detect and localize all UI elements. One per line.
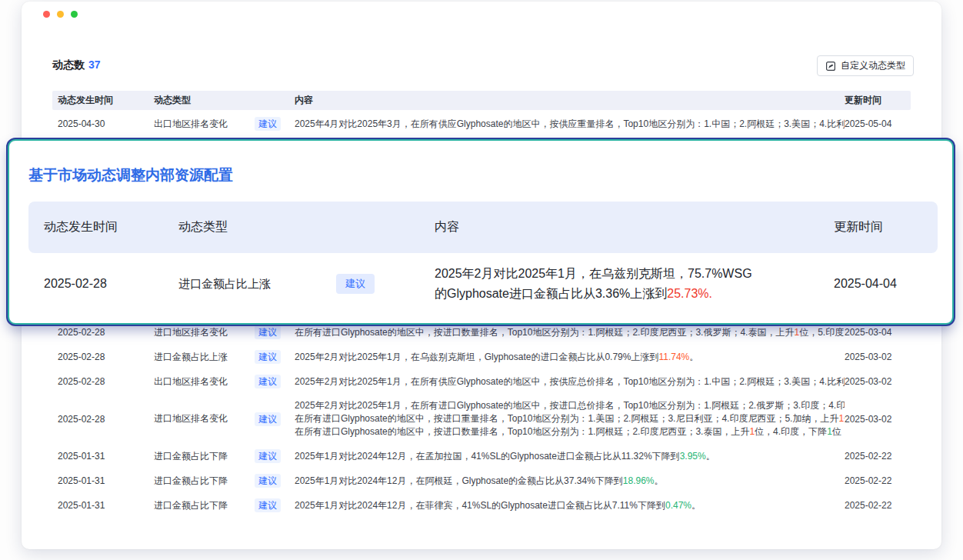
close-window-button[interactable] [43, 11, 50, 18]
row-update-time: 2025-03-04 [845, 327, 911, 338]
custom-dynamic-type-button[interactable]: 自定义动态类型 [817, 55, 914, 76]
row-type: 进口金额占比上涨 [154, 351, 228, 364]
callout-table: 动态发生时间 动态类型 内容 更新时间 2025-02-28 进口金额占比上涨 … [28, 202, 938, 304]
row-content: 2025年1月对比2024年12月，在阿根廷，Glyphosate的金额占比从3… [295, 475, 845, 488]
suggestion-badge: 建议 [255, 325, 281, 339]
callout-col-time: 动态发生时间 [44, 219, 178, 235]
callout-data-row: 2025-02-28 进口金额占比上涨 建议 2025年2月对比2025年1月，… [28, 253, 938, 304]
callout-row-update-time: 2025-04-04 [834, 277, 938, 291]
maximize-window-button[interactable] [71, 11, 78, 18]
table-row[interactable]: 2025-01-31 进口金额占比下降 建议 2025年1月对比2024年12月… [52, 493, 911, 518]
row-type: 进口金额占比下降 [154, 475, 228, 488]
row-update-time: 2025-02-22 [845, 475, 911, 486]
row-update-time: 2025-02-22 [845, 451, 911, 462]
window-controls [43, 11, 78, 18]
row-type: 进口金额占比下降 [154, 450, 228, 463]
table-row[interactable]: 2025-02-28 出口地区排名变化 建议 2025年2月对比2025年1月，… [52, 369, 911, 394]
callout-row-type: 进口金额占比上涨 [178, 277, 271, 292]
row-content: 2025年2月对比2025年1月，在乌兹别克斯坦，Glyphosate的进口金额… [295, 351, 845, 364]
row-update-time: 2025-03-02 [845, 376, 911, 387]
row-type: 出口地区排名变化 [154, 375, 228, 388]
row-type: 出口地区排名变化 [154, 118, 228, 131]
dynamics-table-continued: 2025-02-28 进口地区排名变化 建议 在所有进口Glyphosate的地… [52, 320, 911, 518]
callout-row-content: 2025年2月对比2025年1月，在乌兹别克斯坦，75.7%WSG 的Glyph… [435, 264, 834, 304]
callout-col-update: 更新时间 [834, 219, 938, 235]
suggestion-badge: 建议 [255, 117, 281, 131]
row-time: 2025-02-28 [58, 414, 154, 425]
minimize-window-button[interactable] [57, 11, 64, 18]
col-header-time: 动态发生时间 [58, 94, 154, 107]
dynamics-count-value: 37 [88, 58, 101, 71]
suggestion-badge: 建议 [255, 474, 281, 488]
row-update-time: 2025-02-22 [845, 500, 911, 511]
col-header-content: 内容 [295, 94, 845, 107]
row-time: 2025-02-28 [58, 352, 154, 362]
suggestion-badge: 建议 [255, 412, 281, 426]
suggestion-badge: 建议 [255, 449, 281, 463]
dynamics-count: 动态数37 [52, 58, 101, 72]
row-content: 2025年4月对比2025年3月，在所有供应Glyphosate的地区中，按供应… [295, 118, 845, 131]
callout-col-content: 内容 [435, 219, 834, 235]
callout-header-row: 动态发生时间 动态类型 内容 更新时间 [28, 202, 938, 253]
row-time: 2025-02-28 [58, 327, 154, 338]
table-row[interactable]: 2025-01-31 进口金额占比下降 建议 2025年1月对比2024年12月… [52, 468, 911, 493]
suggestion-badge: 建议 [255, 498, 281, 512]
row-type: 进口地区排名变化 [154, 412, 228, 425]
row-update-time: 2025-03-02 [845, 414, 911, 425]
table-row[interactable]: 2025-02-28 进口地区排名变化 建议 2025年2月对比2025年1月，… [52, 394, 911, 444]
callout-col-type: 动态类型 [178, 219, 435, 235]
suggestion-badge: 建议 [336, 274, 375, 294]
suggestion-badge: 建议 [255, 375, 281, 388]
row-update-time: 2025-03-02 [845, 352, 911, 362]
row-type: 进口金额占比下降 [154, 499, 228, 512]
row-time: 2025-04-30 [58, 118, 154, 129]
table-row[interactable]: 2025-01-31 进口金额占比下降 建议 2025年1月对比2024年12月… [52, 444, 911, 468]
dynamics-table: 动态发生时间 动态类型 内容 更新时间 2025-04-30 出口地区排名变化 … [52, 91, 911, 138]
dynamics-count-label: 动态数 [52, 58, 85, 71]
row-content: 在所有进口Glyphosate的地区中，按进口数量排名，Top10地区分别为：1… [295, 326, 845, 339]
table-row[interactable]: 2025-02-28 进口金额占比上涨 建议 2025年2月对比2025年1月，… [52, 345, 911, 369]
callout-title: 基于市场动态调整内部资源配置 [28, 165, 233, 185]
form-edit-icon [825, 61, 836, 72]
table-row[interactable]: 2025-04-30 出口地区排名变化 建议 2025年4月对比2025年3月，… [52, 110, 911, 138]
callout-row-time: 2025-02-28 [44, 277, 178, 291]
row-time: 2025-02-28 [58, 376, 154, 387]
row-time: 2025-01-31 [58, 451, 154, 462]
suggestion-badge: 建议 [255, 350, 281, 364]
custom-dynamic-type-label: 自定义动态类型 [841, 59, 905, 72]
row-content: 2025年2月对比2025年1月，在所有供应Glyphosate的地区中，按供应… [295, 375, 845, 388]
row-content: 2025年1月对比2024年12月，在孟加拉国，41%SL的Glyphosate… [295, 450, 845, 463]
row-time: 2025-01-31 [58, 500, 154, 511]
row-content: 2025年1月对比2024年12月，在菲律宾，41%SL的Glyphosate进… [295, 499, 845, 512]
highlight-callout-panel: 基于市场动态调整内部资源配置 动态发生时间 动态类型 内容 更新时间 2025-… [8, 139, 954, 325]
col-header-update: 更新时间 [845, 94, 911, 107]
row-type: 进口地区排名变化 [154, 326, 228, 339]
col-header-type: 动态类型 [154, 94, 295, 107]
row-update-time: 2025-05-04 [845, 118, 911, 129]
table-header-row: 动态发生时间 动态类型 内容 更新时间 [52, 91, 911, 110]
row-time: 2025-01-31 [58, 475, 154, 486]
row-content: 2025年2月对比2025年1月，在所有进口Glyphosate的地区中，按进口… [295, 399, 845, 438]
